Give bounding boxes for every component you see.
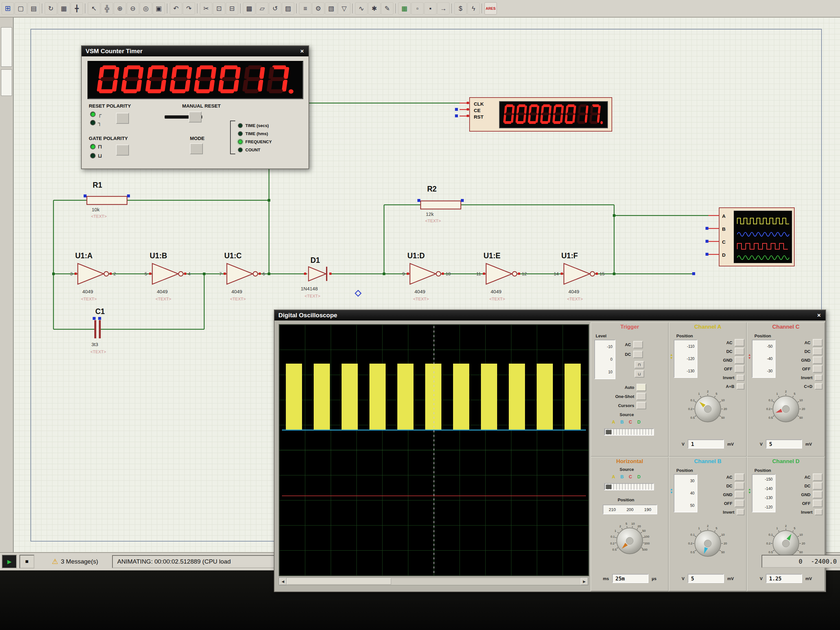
- channel-c-position-scale[interactable]: -50-40-30: [752, 339, 775, 378]
- pick-parts-icon[interactable]: ≡: [299, 2, 311, 14]
- source-channel-c[interactable]: C: [629, 419, 632, 425]
- app-icon[interactable]: ⊞: [2, 2, 14, 14]
- trigger-ac-button[interactable]: [633, 341, 643, 348]
- source-channel-b[interactable]: B: [620, 419, 624, 425]
- redraw-icon[interactable]: ↻: [45, 2, 57, 14]
- channel-a-position-arrows[interactable]: ▲▼: [670, 353, 673, 360]
- new-sheet-icon[interactable]: ▫: [411, 2, 423, 14]
- redo-icon[interactable]: ↷: [183, 2, 195, 14]
- channel-c-off-button[interactable]: [813, 365, 823, 373]
- channel-b-invert-button[interactable]: [737, 509, 744, 515]
- electrical-check-icon[interactable]: ϟ: [467, 2, 480, 14]
- channel-b-position-arrows[interactable]: ▲▼: [670, 488, 673, 494]
- channel-c-gnd-button[interactable]: [813, 357, 823, 364]
- channel-a-gnd-button[interactable]: [735, 357, 744, 364]
- channel-a-off-button[interactable]: [735, 365, 744, 373]
- channel-c-ac-button[interactable]: [813, 339, 823, 346]
- channel-b-position-scale[interactable]: 304050: [674, 474, 698, 512]
- channel-a-ac-button[interactable]: [735, 339, 744, 346]
- overview-pane[interactable]: [1, 27, 12, 67]
- scope-probe-component[interactable]: A B C D: [719, 207, 795, 266]
- source-channel-b[interactable]: B: [620, 474, 624, 479]
- zoom-in-icon[interactable]: ⊕: [114, 2, 126, 14]
- scrollbar-thumb[interactable]: [287, 578, 391, 585]
- block-rotate-icon[interactable]: ↺: [269, 2, 281, 14]
- reset-polarity-button[interactable]: [116, 113, 129, 124]
- horizontal-source-slider[interactable]: [604, 483, 654, 490]
- channel-b-ac-button[interactable]: [735, 474, 744, 481]
- new-design-icon[interactable]: ▢: [14, 2, 27, 14]
- channel-b-gnd-button[interactable]: [735, 491, 744, 499]
- channel-b-dc-button[interactable]: [735, 482, 744, 489]
- packaging-icon[interactable]: ▧: [325, 2, 337, 14]
- channel-c-dc-button[interactable]: [813, 348, 823, 355]
- mode-option-count[interactable]: COUNT: [238, 147, 260, 152]
- make-device-icon[interactable]: ⚙: [312, 2, 324, 14]
- oscilloscope-window[interactable]: Digital Oscilloscope × ◀ ▶ Trigger Level…: [274, 309, 826, 592]
- channel-d-gain-value[interactable]: 1.25: [766, 574, 802, 583]
- timebase-value[interactable]: 25m: [612, 574, 649, 583]
- channel-d-position-scale[interactable]: -150-140-130-120: [752, 474, 775, 512]
- mode-option-frequency[interactable]: FREQUENCY: [238, 139, 272, 144]
- channel-a-combine-button[interactable]: [737, 384, 744, 390]
- knob[interactable]: 0.50.20.1125102050: [688, 523, 728, 564]
- channel-c-combine-button[interactable]: [815, 384, 823, 390]
- play-button[interactable]: ▶: [2, 555, 17, 568]
- knob[interactable]: 0.50.20.1125102050100200500: [609, 521, 650, 561]
- mode-option-time-hms-[interactable]: TIME (hms): [238, 131, 268, 136]
- close-icon[interactable]: ×: [298, 47, 306, 55]
- object-selector-pane[interactable]: [1, 69, 12, 96]
- zoom-area-icon[interactable]: ▣: [153, 2, 165, 14]
- channel-c-gain-value[interactable]: 5: [766, 439, 802, 448]
- block-move-icon[interactable]: ▱: [256, 2, 268, 14]
- channel-d-dc-button[interactable]: [813, 482, 823, 489]
- channel-d-ac-button[interactable]: [813, 474, 823, 481]
- trigger-source-channels[interactable]: ABCD: [612, 419, 641, 425]
- gate-polarity-low-radio[interactable]: [90, 153, 96, 158]
- reset-polarity-falling-radio[interactable]: [90, 120, 96, 125]
- trigger-edge-rising-button[interactable]: ⊓: [635, 361, 644, 368]
- mode-button[interactable]: [190, 143, 203, 154]
- vsm-titlebar[interactable]: VSM Counter Timer ×: [82, 46, 308, 56]
- toggle-grid-icon[interactable]: ▦: [58, 2, 70, 14]
- channel-a-invert-button[interactable]: [737, 375, 744, 381]
- source-channel-a[interactable]: A: [612, 474, 615, 479]
- wire-autorouter-icon[interactable]: ∿: [355, 2, 368, 14]
- trigger-level-scale[interactable]: -10 0 10: [594, 339, 616, 379]
- channel-d-invert-button[interactable]: [815, 509, 823, 515]
- trigger-source-slider[interactable]: [604, 428, 654, 436]
- bill-of-materials-icon[interactable]: $: [454, 2, 467, 14]
- pan-icon[interactable]: ╬: [101, 2, 113, 14]
- message-count[interactable]: 3 Message(s): [61, 558, 109, 565]
- block-copy-icon[interactable]: ▩: [243, 2, 255, 14]
- cursor-icon[interactable]: ↖: [88, 2, 100, 14]
- gate-polarity-button[interactable]: [116, 145, 129, 156]
- channel-a-position-scale[interactable]: -110-120-130: [674, 339, 698, 378]
- remove-sheet-icon[interactable]: ▪: [424, 2, 437, 14]
- scope-scrollbar[interactable]: ◀ ▶: [279, 578, 589, 585]
- trigger-edge-falling-button[interactable]: ⊔: [635, 370, 644, 377]
- knob[interactable]: 0.50.20.1125102050: [766, 389, 806, 429]
- horizontal-position-scale[interactable]: 210 200 190: [603, 505, 657, 514]
- source-channel-d[interactable]: D: [637, 474, 640, 479]
- undo-icon[interactable]: ↶: [170, 2, 182, 14]
- reset-polarity-rising-radio[interactable]: [90, 112, 96, 117]
- horizontal-source-channels[interactable]: ABCD: [612, 474, 641, 479]
- vsm-counter-timer-window[interactable]: VSM Counter Timer × RESET POLARITY MANUA…: [81, 45, 309, 169]
- channel-b-gain-value[interactable]: 5: [688, 574, 724, 583]
- search-tag-icon[interactable]: ✱: [368, 2, 381, 14]
- property-assignment-icon[interactable]: ✎: [381, 2, 393, 14]
- close-icon[interactable]: ×: [815, 311, 823, 319]
- manual-reset-button[interactable]: [189, 112, 202, 123]
- goto-sheet-icon[interactable]: →: [437, 2, 450, 14]
- counter-component[interactable]: CLK CE RST: [469, 97, 612, 131]
- origin-icon[interactable]: ╋: [71, 2, 83, 14]
- channel-b-off-button[interactable]: [735, 500, 744, 507]
- channel-a-gain-value[interactable]: 1: [688, 439, 724, 448]
- block-delete-icon[interactable]: ▨: [282, 2, 294, 14]
- paste-icon[interactable]: ⊟: [226, 2, 238, 14]
- zoom-out-icon[interactable]: ⊖: [127, 2, 139, 14]
- knob[interactable]: 0.50.20.1125102050: [688, 389, 728, 429]
- one-shot-button[interactable]: [636, 393, 646, 400]
- channel-d-position-arrows[interactable]: ▲▼: [748, 488, 751, 494]
